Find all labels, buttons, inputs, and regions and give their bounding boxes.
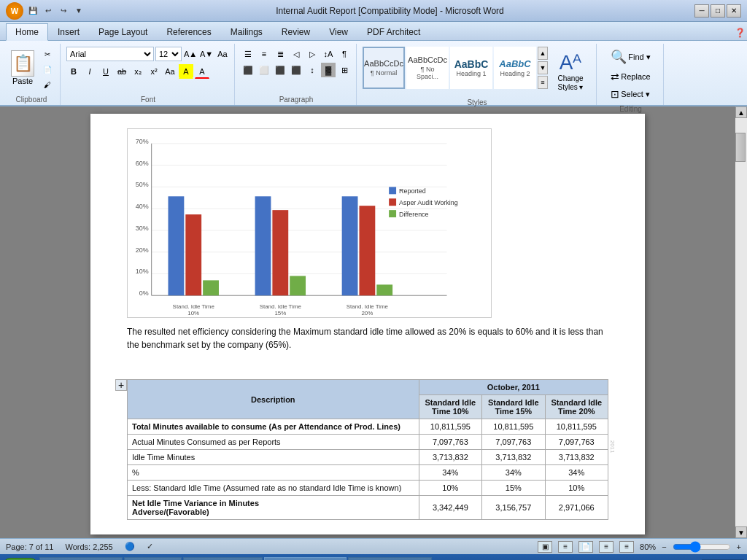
- sort-button[interactable]: ↕A: [321, 47, 336, 61]
- replace-button[interactable]: ⇄ Replace: [607, 69, 654, 85]
- decrease-indent-button[interactable]: ◁: [289, 47, 303, 61]
- close-button[interactable]: ✕: [727, 4, 741, 18]
- strikethrough-button[interactable]: ab: [115, 64, 129, 79]
- styles-scroll-up[interactable]: ▲: [538, 47, 548, 60]
- tab-page-layout[interactable]: Page Layout: [89, 23, 157, 40]
- tab-mailings[interactable]: Mailings: [221, 23, 272, 40]
- table-body: Total Minutes available to consume (As p…: [128, 419, 608, 520]
- quick-access-dropdown[interactable]: ▼: [72, 4, 85, 18]
- restore-button[interactable]: □: [711, 4, 725, 18]
- styles-scroll-down[interactable]: ▼: [538, 61, 548, 74]
- tab-pdf-architect[interactable]: PDF Architect: [357, 23, 430, 40]
- paste-button[interactable]: 📋 Paste: [7, 47, 38, 89]
- help-button[interactable]: ❓: [732, 26, 747, 40]
- font-color-button[interactable]: A: [195, 64, 209, 79]
- bullets-button[interactable]: ☰: [241, 47, 255, 61]
- outline-view[interactable]: ≡: [599, 541, 614, 553]
- tab-view[interactable]: View: [320, 23, 357, 40]
- taskbar-item-word1[interactable]: 📄 Internal Audit ...: [264, 557, 346, 560]
- row-3-desc: Idle Time Minutes: [128, 450, 419, 465]
- show-hide-button[interactable]: ¶: [337, 47, 352, 61]
- select-button[interactable]: ⊡ Select ▾: [607, 86, 654, 102]
- clear-format-button[interactable]: Aa: [215, 47, 230, 61]
- redo-button[interactable]: ↪: [57, 4, 70, 18]
- superscript-button[interactable]: x²: [147, 64, 161, 79]
- text-case-button[interactable]: Aa: [163, 64, 177, 79]
- svg-text:60%: 60%: [136, 160, 149, 167]
- word-count: Words: 2,255: [65, 542, 112, 551]
- font-label: Font: [141, 96, 155, 105]
- tab-references[interactable]: References: [157, 23, 220, 40]
- align-center-button[interactable]: ⬜: [257, 63, 271, 77]
- row-2-desc: Actual Minutes Consumed as per Reports: [128, 435, 419, 450]
- zoom-slider[interactable]: [673, 542, 731, 551]
- svg-text:Asper Audit Working: Asper Audit Working: [399, 199, 458, 206]
- paragraph-group: ☰ ≡ ≣ ◁ ▷ ↕A ¶ ⬛ ⬜ ⬛ ⬛ ↕ ▓ ⊞ Paragraph: [236, 44, 357, 105]
- svg-text:70%: 70%: [136, 138, 149, 145]
- normal-style-item[interactable]: AaBbCcDc ¶ Normal: [363, 47, 405, 89]
- change-styles-button[interactable]: Aᴬ ChangeStyles ▾: [549, 47, 592, 96]
- watermark: 2011: [610, 440, 616, 453]
- scroll-track[interactable]: [735, 118, 747, 526]
- numbering-button[interactable]: ≡: [257, 47, 271, 61]
- tab-home[interactable]: Home: [6, 23, 48, 41]
- taskbar-item-inbox[interactable]: 📧 Inbox - Micros...: [39, 557, 123, 560]
- line-spacing-button[interactable]: ↕: [305, 63, 320, 77]
- period-header: October, 2011: [419, 380, 608, 395]
- print-layout-view[interactable]: ▣: [538, 541, 552, 553]
- decrease-font-button[interactable]: A▼: [199, 47, 214, 61]
- scroll-up-button[interactable]: ▲: [735, 106, 747, 118]
- quick-access: 💾 ↩ ↪ ▼: [26, 4, 85, 18]
- increase-indent-button[interactable]: ▷: [305, 47, 320, 61]
- table-wrapper: + Description October, 2011 Standard Idl…: [127, 379, 608, 520]
- tab-insert[interactable]: Insert: [48, 23, 89, 40]
- heading2-style-item[interactable]: AaBbC Heading 2: [494, 47, 536, 89]
- styles-more[interactable]: ≡: [538, 76, 548, 89]
- bold-button[interactable]: B: [66, 64, 81, 79]
- status-right: ▣ ≡ 📄 ≡ ≡ 80% − +: [538, 541, 741, 553]
- col-10-header: Standard IdleTime 10%: [419, 395, 481, 419]
- draft-view[interactable]: ≡: [619, 541, 634, 553]
- full-reading-view[interactable]: ≡: [558, 541, 573, 553]
- format-painter-button[interactable]: 🖌: [39, 77, 55, 92]
- cut-button[interactable]: ✂: [39, 47, 55, 61]
- font-family-select[interactable]: Arial: [66, 47, 154, 61]
- scroll-thumb[interactable]: [735, 133, 746, 162]
- save-button[interactable]: 💾: [26, 4, 39, 18]
- undo-button[interactable]: ↩: [42, 4, 55, 18]
- underline-button[interactable]: U: [98, 64, 113, 79]
- find-button[interactable]: 🔍 Find ▾: [607, 47, 654, 67]
- web-layout-view[interactable]: 📄: [578, 541, 593, 553]
- minimize-button[interactable]: ─: [694, 4, 709, 18]
- paste-icon: 📋: [11, 50, 34, 77]
- multilevel-button[interactable]: ≣: [273, 47, 287, 61]
- table-add-button[interactable]: +: [115, 379, 127, 391]
- doc-page-area[interactable]: 70% 60% 50% 40% 30% 20% 10% 0%: [0, 106, 735, 538]
- subscript-button[interactable]: x₂: [131, 64, 145, 79]
- heading1-style-item[interactable]: AaBbC Heading 1: [450, 47, 492, 89]
- table-row: Net Idle Time Variance in MinutesAdverse…: [128, 496, 608, 520]
- no-spacing-style-item[interactable]: AaBbCcDc ¶ No Spaci...: [406, 47, 449, 89]
- zoom-in-button[interactable]: +: [737, 542, 741, 551]
- borders-button[interactable]: ⊞: [337, 63, 352, 77]
- justify-button[interactable]: ⬛: [289, 63, 303, 77]
- paragraph-label: Paragraph: [279, 96, 314, 105]
- italic-button[interactable]: I: [82, 64, 97, 79]
- taskbar-item-word2[interactable]: 📄 Internal Audit r...: [348, 557, 433, 560]
- align-left-button[interactable]: ⬛: [241, 63, 255, 77]
- increase-font-button[interactable]: A▲: [183, 47, 198, 61]
- heading1-style-preview: AaBbC: [454, 58, 489, 71]
- taskbar-item-firefox[interactable]: 🦊 2 Firefox: [124, 557, 182, 560]
- zoom-out-button[interactable]: −: [662, 542, 666, 551]
- font-size-select[interactable]: 12: [155, 47, 182, 61]
- clipboard-label: Clipboard: [16, 96, 47, 105]
- bar-g3-asper: [359, 206, 375, 295]
- table-row: Idle Time Minutes 3,713,832 3,713,832 3,…: [128, 450, 608, 465]
- tab-review[interactable]: Review: [272, 23, 320, 40]
- taskbar-item-explorer[interactable]: 📁 3 Windows E...: [183, 557, 263, 560]
- shading-button[interactable]: ▓: [321, 63, 336, 77]
- align-right-button[interactable]: ⬛: [273, 63, 287, 77]
- copy-button[interactable]: 📄: [39, 62, 55, 77]
- scroll-down-button[interactable]: ▼: [735, 526, 747, 538]
- highlight-color-button[interactable]: A: [179, 64, 193, 79]
